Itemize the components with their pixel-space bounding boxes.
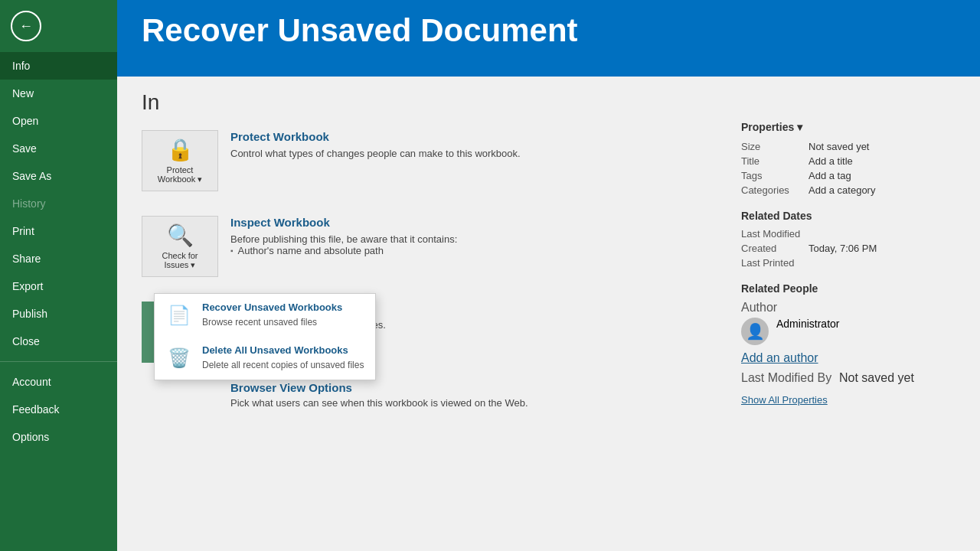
- sidebar-item-export[interactable]: Export: [0, 272, 117, 300]
- inspect-bullets: Author's name and absolute path: [230, 245, 457, 256]
- delete-text: Delete All Unsaved Workbooks Delete all …: [202, 344, 364, 371]
- last-modified-by-value: Not saved yet: [839, 371, 914, 385]
- recover-unsaved-item[interactable]: 📄 Recover Unsaved Workbooks Browse recen…: [155, 294, 375, 337]
- inspect-bullet-1: Author's name and absolute path: [230, 245, 457, 256]
- show-all-properties-link[interactable]: Show All Properties: [741, 394, 828, 406]
- last-modified-label: Last Modified: [741, 228, 802, 240]
- sidebar-item-new[interactable]: New: [0, 80, 117, 107]
- related-people-header: Related People: [741, 282, 956, 295]
- created-value: Today, 7:06 PM: [808, 243, 877, 254]
- prop-title-label: Title: [741, 155, 802, 167]
- back-button[interactable]: ←: [11, 11, 41, 41]
- lock-icon: 🔒: [167, 137, 194, 162]
- delete-unsaved-item[interactable]: 🗑️ Delete All Unsaved Workbooks Delete a…: [155, 337, 375, 380]
- related-people-section: Author 👤 Administrator Add an author Las…: [741, 301, 956, 406]
- prop-tags-value[interactable]: Add a tag: [808, 170, 851, 181]
- prop-categories-label: Categories: [741, 184, 802, 196]
- last-modified-row: Last Modified: [741, 228, 956, 240]
- last-printed-label: Last Printed: [741, 257, 802, 269]
- sidebar-item-history: History: [0, 190, 117, 217]
- related-dates-header: Related Dates: [741, 210, 956, 222]
- created-label: Created: [741, 243, 802, 254]
- recover-label: Recover Unsaved Workbooks: [202, 302, 342, 313]
- prop-title-row: Title Add a title: [741, 155, 956, 167]
- avatar: 👤: [741, 318, 769, 345]
- sidebar-item-options[interactable]: Options: [0, 423, 117, 451]
- recover-desc: Browse recent unsaved files: [202, 317, 317, 328]
- header-banner: Recover Unsaved Document: [117, 0, 980, 77]
- sidebar: ← Info New Open Save Save As History Pri…: [0, 0, 117, 551]
- recover-icon: 📄: [165, 302, 193, 329]
- prop-size-label: Size: [741, 141, 802, 152]
- sidebar-item-save[interactable]: Save: [0, 135, 117, 162]
- page-title: In: [117, 77, 980, 121]
- left-section: 🔒 ProtectWorkbook ▾ Protect Workbook Con…: [142, 121, 717, 409]
- browser-options-title: Browser View Options: [230, 381, 717, 394]
- created-row: Created Today, 7:06 PM: [741, 243, 956, 254]
- prop-tags-label: Tags: [741, 170, 802, 181]
- prop-categories-row: Categories Add a category: [741, 184, 956, 196]
- protect-workbook-card: 🔒 ProtectWorkbook ▾ Protect Workbook Con…: [142, 121, 717, 201]
- author-row: 👤 Administrator: [741, 318, 956, 345]
- content-area: 🔒 ProtectWorkbook ▾ Protect Workbook Con…: [117, 121, 980, 409]
- delete-icon: 🗑️: [165, 344, 193, 372]
- sidebar-divider: [0, 361, 117, 362]
- protect-workbook-icon-label: ProtectWorkbook ▾: [158, 165, 202, 184]
- inspect-workbook-icon-box[interactable]: 🔍 Check forIssues ▾: [142, 216, 218, 277]
- right-panel: Properties ▾ Size Not saved yet Title Ad…: [741, 121, 956, 409]
- properties-header: Properties ▾: [741, 121, 956, 133]
- delete-label: Delete All Unsaved Workbooks: [202, 344, 364, 356]
- inspect-icon-label: Check forIssues ▾: [162, 251, 198, 270]
- browser-options-desc: Pick what users can see when this workbo…: [230, 397, 717, 409]
- sidebar-item-save-as[interactable]: Save As: [0, 162, 117, 190]
- protect-workbook-desc: Control what types of changes people can…: [230, 148, 521, 159]
- inspect-icon: 🔍: [167, 223, 194, 248]
- browser-options-section: Browser View Options Pick what users can…: [142, 381, 717, 409]
- inspect-workbook-text: Inspect Workbook Before publishing this …: [230, 216, 457, 256]
- prop-size-value: Not saved yet: [808, 141, 870, 152]
- related-dates-table: Last Modified Created Today, 7:06 PM Las…: [741, 228, 956, 269]
- protect-workbook-icon-box[interactable]: 🔒 ProtectWorkbook ▾: [142, 130, 218, 191]
- protect-workbook-text: Protect Workbook Control what types of c…: [230, 130, 521, 159]
- author-name: Administrator: [776, 318, 839, 330]
- dropdown-menu: 📄 Recover Unsaved Workbooks Browse recen…: [154, 293, 376, 380]
- sidebar-item-print[interactable]: Print: [0, 217, 117, 245]
- sidebar-item-account[interactable]: Account: [0, 368, 117, 396]
- last-modified-by-label: Last Modified By: [741, 371, 833, 385]
- prop-title-value[interactable]: Add a title: [808, 155, 853, 167]
- properties-table: Size Not saved yet Title Add a title Tag…: [741, 141, 956, 196]
- sidebar-item-publish[interactable]: Publish: [0, 300, 117, 328]
- inspect-workbook-desc: Before publishing this file, be aware th…: [230, 233, 457, 245]
- prop-size-row: Size Not saved yet: [741, 141, 956, 152]
- author-label-row: Author: [741, 301, 956, 315]
- recover-text: Recover Unsaved Workbooks Browse recent …: [202, 302, 342, 328]
- sidebar-item-info[interactable]: Info: [0, 52, 117, 80]
- prop-categories-value[interactable]: Add a category: [808, 184, 875, 196]
- inspect-workbook-card: 🔍 Check forIssues ▾ Inspect Workbook Bef…: [142, 207, 717, 286]
- sidebar-item-close[interactable]: Close: [0, 328, 117, 355]
- protect-workbook-title: Protect Workbook: [230, 130, 521, 143]
- delete-desc: Delete all recent copies of unsaved file…: [202, 360, 364, 370]
- author-label: Author: [741, 301, 802, 315]
- prop-tags-row: Tags Add a tag: [741, 170, 956, 181]
- add-author-row: Add an author: [741, 351, 956, 365]
- sidebar-item-share[interactable]: Share: [0, 245, 117, 272]
- add-author-link[interactable]: Add an author: [741, 351, 818, 365]
- sidebar-item-feedback[interactable]: Feedback: [0, 396, 117, 423]
- last-printed-row: Last Printed: [741, 257, 956, 269]
- main-content: Recover Unsaved Document In 🔒 ProtectWor…: [117, 0, 980, 551]
- last-modified-by-row: Last Modified By Not saved yet: [741, 371, 956, 385]
- inspect-workbook-title: Inspect Workbook: [230, 216, 457, 229]
- sidebar-item-open[interactable]: Open: [0, 107, 117, 135]
